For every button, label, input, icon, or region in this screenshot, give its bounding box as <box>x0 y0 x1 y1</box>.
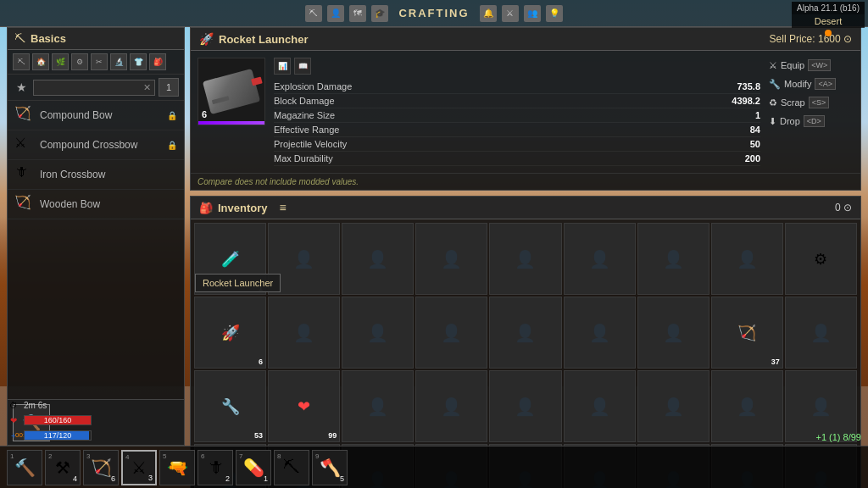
inv-slot[interactable]: 👤 <box>342 297 414 369</box>
inv-slot[interactable]: 👤 <box>711 223 783 295</box>
crafting-icon-quest[interactable]: 🔔 <box>480 5 497 22</box>
list-item[interactable]: ⚔ Compound Crossbow 🔒 <box>8 130 184 160</box>
list-item[interactable]: 🗡 Iron Crossbow <box>8 160 184 190</box>
filter-row: ⛏ 🏠 🌿 ⚙ ✂ 🔬 👕 🎒 <box>8 50 184 75</box>
stat-block-value: 4398.2 <box>732 96 760 106</box>
inv-slot[interactable]: 👤 <box>637 370 709 442</box>
drop-key: <D> <box>804 115 825 127</box>
compound-crossbow-label: Compound Crossbow <box>40 139 167 151</box>
hotbar-count-4: 3 <box>148 474 153 482</box>
crafting-icon-map[interactable]: 🗺 <box>349 5 366 22</box>
hotbar-slot-7[interactable]: 7 💊 1 <box>236 450 271 485</box>
hotbar-num: 5 <box>163 452 166 460</box>
hotbar-slot-9[interactable]: 9 🪓 5 <box>312 450 348 485</box>
inv-slot[interactable]: 👤 <box>564 223 636 295</box>
list-item[interactable]: 🏹 Wooden Bow <box>8 190 184 219</box>
inv-slot[interactable]: 👤 <box>564 370 636 442</box>
inv-slot[interactable]: 👤 <box>268 223 340 295</box>
equip-button[interactable]: ⚔ Equip <W> <box>769 58 854 73</box>
inv-slot[interactable]: 🧪 1 <box>194 223 266 295</box>
inv-slot[interactable]: 👤 <box>268 297 340 369</box>
stat-magazine-label: Magazine Size <box>274 110 335 120</box>
list-item[interactable]: 🏹 Compound Bow 🔒 <box>8 101 184 130</box>
wooden-bow-label: Wooden Bow <box>40 198 177 210</box>
inv-slot[interactable]: 👤 <box>489 297 561 369</box>
inv-slot[interactable]: 👤 <box>415 297 487 369</box>
filter-food[interactable]: 🌿 <box>52 53 69 70</box>
empty-slot-icon: 👤 <box>663 323 684 343</box>
filter-tools[interactable]: ⛏ <box>13 53 30 70</box>
inv-slot-count: 99 <box>328 431 337 440</box>
search-input[interactable] <box>37 82 128 92</box>
inv-slot[interactable]: 👤 <box>785 297 857 369</box>
crafting-icon-pickaxe[interactable]: ⛏ <box>305 5 322 22</box>
empty-slot-icon: 👤 <box>367 396 388 417</box>
crafting-icon-combat[interactable]: ⚔ <box>502 5 519 22</box>
inv-slot[interactable]: 👤 <box>415 223 487 295</box>
stat-explosion-value: 735.8 <box>737 81 760 92</box>
drop-icon: ⬇ <box>769 116 776 127</box>
filter-scissors[interactable]: ✂ <box>91 53 108 70</box>
sort-icon[interactable]: ≡ <box>280 201 287 214</box>
crafting-icon-skills[interactable]: 🎓 <box>371 5 388 22</box>
stat-durability-value: 200 <box>745 153 760 164</box>
detail-header: 🚀 Rocket Launcher Sell Price: 1600 ⊙ <box>191 28 860 51</box>
hotbar-slot-8[interactable]: 8 ⛏ <box>274 450 309 485</box>
hotbar-slot-2[interactable]: 2 ⚒ 4 <box>45 450 81 485</box>
stamina-bar: 117/120 <box>24 430 92 441</box>
timer-text: 2m 6s <box>24 401 47 410</box>
crafting-icon-person[interactable]: 👤 <box>327 5 344 22</box>
basics-panel: ⛏ Basics ⛏ 🏠 🌿 ⚙ ✂ 🔬 👕 🎒 ★ ✕ 1 🏹 Compoun… <box>7 27 185 446</box>
clear-icon[interactable]: ✕ <box>143 82 151 93</box>
inv-slot[interactable]: ❤ 99 <box>268 370 340 442</box>
hotbar-count-7: 1 <box>264 474 268 483</box>
top-bar-icons-right: 🔔 ⚔ 👥 💡 <box>480 5 563 22</box>
filter-bag[interactable]: 🎒 <box>149 53 166 70</box>
stamina-row: + 117/120 <box>7 429 92 442</box>
crafting-icon-light[interactable]: 💡 <box>546 5 563 22</box>
inv-slot[interactable]: 👤 <box>564 297 636 369</box>
inv-slot[interactable]: 👤 <box>711 370 783 442</box>
detail-body: 6 📊 📖 Explosion Damage 735.8 Block Damag… <box>191 51 860 173</box>
favorites-button[interactable]: ★ <box>13 79 30 96</box>
hotbar-slot-1[interactable]: 1 🔨 <box>7 450 42 485</box>
hotbar-num: 7 <box>239 452 242 460</box>
scrap-button[interactable]: ♻ Scrap <S> <box>769 95 854 110</box>
search-box[interactable]: ✕ <box>33 80 155 96</box>
hotbar: 1 🔨 2 ⚒ 4 3 🏹 6 4 ⚔ 3 5 🔫 6 🗡 2 7 💊 1 8 … <box>0 446 868 488</box>
inv-slot[interactable]: 👤 <box>637 223 709 295</box>
stat-range-label: Effective Range <box>274 125 339 135</box>
hotbar-slot-3[interactable]: 3 🏹 6 <box>83 450 119 485</box>
empty-slot-icon: 👤 <box>663 396 684 417</box>
inv-slot[interactable]: 👤 <box>489 223 561 295</box>
stat-velocity-value: 50 <box>750 139 760 149</box>
filter-armor[interactable]: 👕 <box>130 53 147 70</box>
filter-gear[interactable]: ⚙ <box>71 53 88 70</box>
hotbar-num: 6 <box>201 452 204 460</box>
filter-building[interactable]: 🏠 <box>32 53 49 70</box>
inv-slot[interactable]: 👤 <box>342 223 414 295</box>
inv-slot[interactable]: 🔧 53 <box>194 370 266 442</box>
filter-chem[interactable]: 🔬 <box>110 53 127 70</box>
inv-slot[interactable]: 🚀 6 Rocket Launcher <box>194 297 266 369</box>
inv-slot[interactable]: 👤 <box>342 370 414 442</box>
inv-slot[interactable]: 👤 <box>415 370 487 442</box>
modify-button[interactable]: 🔧 Modify <A> <box>769 76 854 92</box>
inv-slot[interactable]: ⚙ <box>785 223 857 295</box>
stat-icon-book: 📖 <box>294 58 311 75</box>
empty-slot-icon: 👤 <box>515 323 536 343</box>
drop-button[interactable]: ⬇ Drop <D> <box>769 114 854 129</box>
empty-slot-icon: 👤 <box>737 249 758 269</box>
hotbar-slot-4[interactable]: 4 ⚔ 3 <box>121 450 157 485</box>
hotbar-slot-5[interactable]: 5 🔫 <box>159 450 195 485</box>
hotbar-slot-6[interactable]: 6 🗡 2 <box>198 450 233 485</box>
inv-slot[interactable]: 👤 <box>637 297 709 369</box>
empty-slot-icon: 👤 <box>810 323 832 343</box>
quality-bar <box>198 121 264 125</box>
stat-row-explosion: Explosion Damage 735.8 <box>274 80 760 94</box>
hotbar-num: 4 <box>125 453 129 461</box>
inv-item-icon: ⚙ <box>786 224 856 294</box>
inv-slot[interactable]: 👤 <box>489 370 561 442</box>
inv-slot[interactable]: 🏹 37 <box>711 297 783 369</box>
crafting-icon-social[interactable]: 👥 <box>524 5 541 22</box>
